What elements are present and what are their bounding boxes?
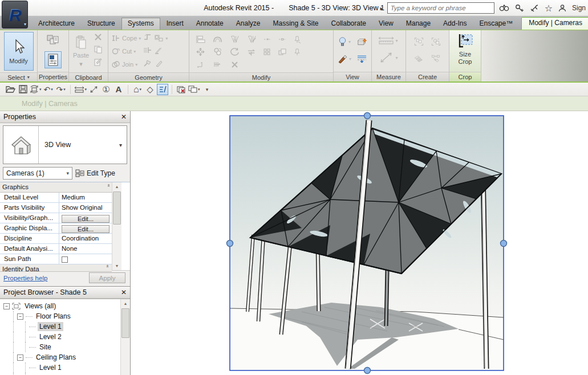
reveal-hidden-elements-icon[interactable]: [357, 54, 367, 64]
section-identity-data[interactable]: Identity Data «: [0, 264, 112, 272]
tab-view[interactable]: View: [372, 18, 400, 30]
tree-item-ceiling-level-1[interactable]: Level 1: [0, 362, 130, 373]
application-menu-button[interactable]: R ▾: [2, 1, 28, 28]
crop-handle-right[interactable]: [501, 241, 507, 247]
sync-icon[interactable]: ▾: [30, 84, 42, 95]
join-button[interactable]: Join▾: [111, 58, 141, 71]
properties-scrollbar[interactable]: ▲ ▼: [112, 182, 121, 270]
detail-level-value[interactable]: Medium: [59, 193, 112, 202]
delete-icon[interactable]: [230, 60, 240, 70]
move-icon[interactable]: [196, 47, 205, 57]
measure-tool-icon[interactable]: ▾: [74, 84, 87, 95]
3d-view-canvas[interactable]: [131, 111, 587, 375]
tab-architecture[interactable]: Architecture: [32, 18, 81, 30]
graphic-display-edit-button[interactable]: Edit...: [62, 225, 110, 233]
cut-geometry-button[interactable]: Cut▾: [111, 45, 141, 58]
tab-collaborate[interactable]: Collaborate: [325, 18, 372, 30]
drawing-area[interactable]: [131, 111, 588, 375]
properties-header[interactable]: Properties ✕: [0, 111, 130, 123]
section-icon[interactable]: ◇: [144, 84, 156, 95]
crop-handle-bottom[interactable]: [364, 368, 371, 374]
graphic-display-options-button[interactable]: ▾: [338, 55, 351, 63]
tree-item-ceiling-plans[interactable]: − Ceiling Plans: [0, 352, 130, 362]
unjoin-button[interactable]: ▾: [154, 32, 168, 44]
copy-icon[interactable]: [93, 44, 103, 54]
measure-dropdown-icon[interactable]: ▾: [396, 38, 402, 43]
size-crop-button[interactable]: Size Crop: [452, 32, 478, 70]
measure2-dropdown-icon[interactable]: ▾: [396, 55, 402, 60]
tree-item-floor-plans[interactable]: − Floor Plans: [0, 311, 130, 321]
unpin-icon[interactable]: [293, 35, 302, 44]
mirror-pick-axis-icon[interactable]: [230, 35, 240, 44]
customize-qat-icon[interactable]: ▾: [201, 84, 213, 95]
search-icon[interactable]: [498, 3, 510, 13]
tab-annotate[interactable]: Annotate: [190, 18, 230, 30]
default-analysis-value[interactable]: None: [59, 244, 112, 254]
tag-by-category-icon[interactable]: ①: [100, 84, 112, 95]
pin-icon[interactable]: [293, 47, 302, 57]
project-browser-header[interactable]: Project Browser - Shade 5 ✕: [0, 287, 130, 299]
section-graphics[interactable]: Graphics «: [0, 182, 112, 193]
visibility-edit-button[interactable]: Edit...: [62, 215, 110, 223]
create-parts-icon[interactable]: [431, 54, 441, 64]
rotate-icon[interactable]: [230, 47, 240, 57]
default-3d-view-icon[interactable]: ⌂▾: [132, 84, 143, 95]
tree-item-level-2[interactable]: Level 2: [0, 332, 130, 342]
create-group-icon[interactable]: [414, 37, 424, 47]
tab-enscape[interactable]: Enscape™: [473, 18, 519, 30]
align-dim-icon[interactable]: [263, 47, 273, 57]
floor-plans-expander[interactable]: −: [17, 313, 23, 320]
beam-column-joins-icon[interactable]: [143, 45, 152, 55]
tree-item-site[interactable]: Site: [0, 342, 130, 352]
search-flyout-icon[interactable]: ▸: [380, 5, 383, 11]
cope-button[interactable]: Cope▾: [111, 32, 141, 44]
help-search-input[interactable]: [387, 2, 494, 14]
tree-item-views-all[interactable]: − Views (all): [0, 301, 130, 311]
offset-icon[interactable]: [213, 35, 222, 44]
tab-modify-cameras[interactable]: Modify | Cameras: [521, 17, 588, 30]
split-element-icon[interactable]: [263, 35, 273, 44]
cut-icon[interactable]: [93, 32, 103, 42]
text-tool-icon[interactable]: A: [113, 84, 124, 95]
modify-tool-button[interactable]: Modify: [4, 32, 34, 71]
tab-massing-site[interactable]: Massing & Site: [267, 18, 325, 30]
tab-systems[interactable]: Systems: [121, 18, 160, 30]
project-browser-close-icon[interactable]: ✕: [121, 288, 127, 296]
tab-insert[interactable]: Insert: [160, 18, 190, 30]
favorites-star-icon[interactable]: ☆: [545, 3, 553, 14]
apply-button[interactable]: Apply: [89, 272, 125, 283]
browser-scrollbar[interactable]: ▲ ▼: [120, 299, 130, 375]
edit-type-button[interactable]: Edit Type: [75, 169, 115, 177]
subscription-key-icon[interactable]: [514, 3, 525, 13]
trim-multiple-icon[interactable]: [213, 60, 222, 70]
tab-structure[interactable]: Structure: [81, 18, 121, 30]
sign-in-label[interactable]: Sign: [572, 4, 586, 12]
properties-palette-button[interactable]: [44, 51, 62, 68]
split-with-gap-icon[interactable]: [278, 35, 287, 44]
tab-manage[interactable]: Manage: [400, 18, 437, 30]
properties-close-icon[interactable]: ✕: [121, 113, 127, 121]
scale-icon[interactable]: [278, 47, 287, 57]
measure-along-element-icon[interactable]: [376, 53, 396, 63]
type-selector-dropdown-icon[interactable]: ▾: [119, 142, 127, 148]
tab-add-ins[interactable]: Add-Ins: [437, 18, 473, 30]
communication-center-icon[interactable]: [529, 3, 541, 13]
close-hidden-windows-icon[interactable]: [176, 84, 187, 95]
panel-select-label[interactable]: Select ▾: [0, 72, 37, 81]
save-icon[interactable]: [17, 84, 29, 95]
identity-collapse-icon[interactable]: «: [106, 264, 112, 271]
properties-scroll-thumb[interactable]: [113, 191, 121, 225]
align-icon[interactable]: [196, 35, 205, 44]
temporary-hide-isolate-button[interactable]: ▾: [338, 36, 351, 47]
crop-handle-left[interactable]: [227, 241, 233, 247]
scroll-up-icon[interactable]: ▲: [112, 182, 121, 191]
views-all-expander[interactable]: −: [3, 303, 10, 309]
discipline-value[interactable]: Coordination: [59, 234, 112, 243]
open-icon[interactable]: [5, 84, 16, 95]
tab-analyze[interactable]: Analyze: [230, 18, 267, 30]
create-similar-icon[interactable]: [431, 37, 441, 47]
crop-handle-top[interactable]: [364, 113, 371, 119]
copy-modify-icon[interactable]: [213, 47, 222, 57]
type-properties-button[interactable]: [44, 32, 62, 49]
trim-extend-icon[interactable]: [247, 47, 257, 57]
